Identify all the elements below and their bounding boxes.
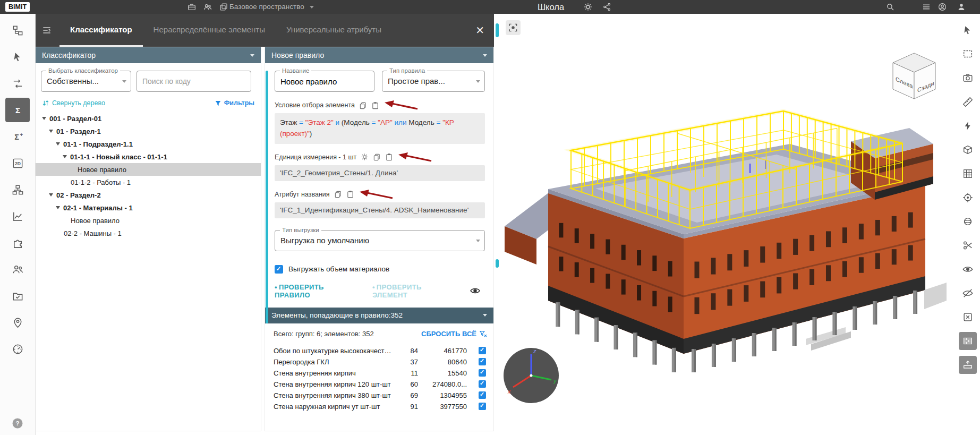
gear-icon[interactable] bbox=[361, 153, 369, 161]
gear-icon[interactable] bbox=[583, 2, 594, 12]
tab-classifier[interactable]: Классификатор bbox=[59, 14, 143, 47]
window-select-icon[interactable] bbox=[959, 45, 977, 63]
users-icon[interactable] bbox=[5, 257, 30, 282]
sigma-add-icon[interactable]: Σ+ bbox=[5, 124, 30, 149]
table-row[interactable]: Перегородка ГКЛ3780640 bbox=[274, 356, 487, 368]
tree-item[interactable]: Новое правило bbox=[36, 214, 261, 227]
relations-icon[interactable] bbox=[5, 71, 30, 96]
view-cube[interactable]: Слева Сзади bbox=[882, 48, 946, 106]
chevron-down-icon[interactable] bbox=[56, 206, 60, 209]
tree-item[interactable]: 02-1 - Материалы - 1 bbox=[36, 201, 261, 214]
unit-attribute-value[interactable]: 'IFC_2_Геометрия_Стены/1. Длина' bbox=[275, 165, 485, 181]
classifier-section-header[interactable]: Классификатор bbox=[36, 47, 261, 63]
classifier-select[interactable]: Выбрать классификатор Собственны... bbox=[41, 71, 131, 92]
rule-type-select[interactable]: Тип правила Простое прав... bbox=[382, 71, 485, 92]
tab-universal-attributes[interactable]: Универсальные атрибуты bbox=[276, 14, 392, 47]
search-icon[interactable] bbox=[885, 2, 896, 12]
row-checkbox[interactable] bbox=[479, 347, 486, 354]
team-icon[interactable] bbox=[203, 2, 214, 12]
rule-section-header[interactable]: Новое правило bbox=[265, 47, 493, 63]
name-attribute-value[interactable]: 'IFC_1_Идентификация_Стены/4. ADSK_Наиме… bbox=[275, 202, 485, 218]
row-checkbox[interactable] bbox=[479, 358, 486, 365]
copy-icon[interactable] bbox=[359, 101, 367, 109]
table-row[interactable]: Обои по штукатурке высококачественной844… bbox=[274, 345, 487, 356]
row-checkbox[interactable] bbox=[479, 380, 486, 388]
check-rule-button[interactable]: ПРОВЕРИТЬ ПРАВИЛО bbox=[275, 283, 357, 299]
close-icon[interactable]: ✕ bbox=[475, 24, 484, 37]
vertical-scrollbar[interactable] bbox=[266, 71, 268, 323]
panel-scrollbar[interactable] bbox=[494, 14, 500, 435]
tree-item[interactable]: 01 - Раздел-1 bbox=[36, 125, 261, 138]
viewport-3d[interactable]: Слева Сзади z x y bbox=[500, 14, 980, 435]
menu-icon[interactable] bbox=[922, 2, 932, 12]
hide-icon[interactable] bbox=[959, 284, 977, 302]
tree-item[interactable]: 02 - Раздел-2 bbox=[36, 189, 261, 201]
condition-expression[interactable]: Этаж = "Этаж 2" и (Модель = "АР" или Мод… bbox=[275, 113, 485, 144]
rule-name-input[interactable] bbox=[275, 71, 385, 91]
filters-link[interactable]: Фильтры bbox=[215, 99, 254, 107]
table-row[interactable]: Стена наружная кирпич ут шт-шт913977550 bbox=[274, 401, 487, 412]
chevron-down-icon[interactable] bbox=[63, 155, 67, 158]
grid-icon[interactable] bbox=[959, 165, 977, 183]
copy-space-icon[interactable] bbox=[219, 2, 229, 12]
tree-item[interactable]: 02-2 - Машины - 1 bbox=[36, 227, 261, 240]
workspace-select[interactable]: Базовое пространство bbox=[229, 0, 355, 14]
help-button[interactable]: ? bbox=[11, 417, 24, 430]
materials-checkbox[interactable] bbox=[275, 265, 283, 274]
chevron-down-icon[interactable] bbox=[56, 142, 60, 146]
table-row[interactable]: Стена внутренняя кирпич1115540 bbox=[274, 368, 487, 379]
results-section-header[interactable]: Элементы, попадающие в правило:352 bbox=[265, 308, 493, 323]
eye-icon[interactable] bbox=[470, 286, 481, 295]
paste-icon[interactable] bbox=[371, 101, 379, 109]
share-icon[interactable] bbox=[602, 2, 613, 12]
toolbox-icon[interactable] bbox=[187, 2, 198, 12]
copy-icon[interactable] bbox=[334, 190, 342, 198]
tree-item[interactable]: 01-1-2 - Работы - 1 bbox=[36, 176, 261, 189]
select-icon[interactable] bbox=[959, 21, 977, 39]
view-2d-icon[interactable]: 2D bbox=[5, 151, 30, 175]
clear-selection-icon[interactable] bbox=[959, 308, 977, 326]
tab-unallocated-elements[interactable]: Нераспределённые элементы bbox=[143, 14, 276, 47]
table-row[interactable]: Стена внутренняя кирпич 120 шт-шт6027408… bbox=[274, 379, 487, 390]
focus-model-icon[interactable] bbox=[506, 20, 521, 35]
rule-name-field[interactable]: Название bbox=[275, 71, 374, 92]
plugins-icon[interactable] bbox=[5, 231, 30, 255]
person-pin-icon[interactable] bbox=[5, 310, 30, 335]
collapse-panel-icon[interactable] bbox=[41, 25, 52, 36]
row-checkbox[interactable] bbox=[479, 369, 486, 377]
tree-item[interactable]: 001 - Раздел-01 bbox=[36, 112, 261, 125]
dashboard-gauge-icon[interactable] bbox=[5, 337, 30, 361]
chevron-down-icon[interactable] bbox=[42, 117, 46, 120]
walls-icon[interactable] bbox=[959, 332, 977, 350]
user-icon[interactable] bbox=[957, 2, 967, 12]
chevron-down-icon[interactable] bbox=[49, 193, 53, 197]
collapse-tree-link[interactable]: Свернуть дерево bbox=[42, 99, 105, 107]
show-icon[interactable] bbox=[959, 260, 977, 278]
charts-icon[interactable] bbox=[5, 204, 30, 228]
reset-all-link[interactable]: СБРОСИТЬ ВСЁ bbox=[421, 330, 487, 338]
tree-item[interactable]: 01-1 - Подраздел-1.1 bbox=[36, 138, 261, 150]
focus-icon[interactable] bbox=[959, 189, 977, 207]
table-row[interactable]: Стена внутренняя кирпич 380 шт-шт6913049… bbox=[274, 390, 487, 401]
measure-icon[interactable] bbox=[959, 93, 977, 111]
account-icon[interactable] bbox=[938, 2, 948, 12]
row-checkbox[interactable] bbox=[479, 403, 486, 410]
classifier-tree-icon[interactable] bbox=[5, 18, 30, 42]
projects-folder-icon[interactable] bbox=[5, 284, 30, 308]
section-plane-icon[interactable] bbox=[959, 356, 977, 374]
paste-icon[interactable] bbox=[346, 190, 354, 198]
check-element-button[interactable]: ПРОВЕРИТЬ ЭЛЕМЕНТ bbox=[372, 283, 455, 299]
select-tool-icon[interactable] bbox=[5, 45, 30, 69]
cut-icon[interactable] bbox=[959, 236, 977, 254]
snapshot-icon[interactable] bbox=[959, 69, 977, 87]
paste-icon[interactable] bbox=[385, 153, 393, 161]
chevron-down-icon[interactable] bbox=[49, 130, 53, 133]
copy-icon[interactable] bbox=[373, 153, 381, 161]
export-type-select[interactable]: Тип выгрузки Выгрузка по умолчанию bbox=[275, 230, 485, 251]
code-search-input[interactable] bbox=[137, 71, 251, 92]
clip-box-icon[interactable] bbox=[959, 141, 977, 159]
rules-sigma-icon[interactable]: Σ bbox=[5, 98, 30, 122]
row-checkbox[interactable] bbox=[479, 391, 486, 399]
quick-tools-icon[interactable] bbox=[959, 117, 977, 135]
axis-gizmo[interactable]: z x y bbox=[501, 346, 561, 405]
